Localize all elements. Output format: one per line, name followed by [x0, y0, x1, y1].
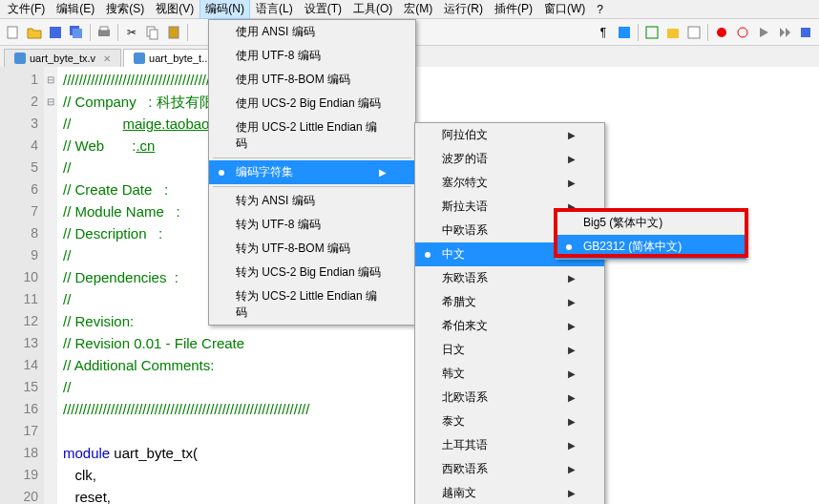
bullet-icon — [566, 244, 572, 250]
func-list-icon[interactable] — [642, 23, 662, 42]
menu-item-label: Big5 (繁体中文) — [583, 215, 662, 231]
file-icon — [134, 52, 145, 64]
menu-tools[interactable]: 工具(O) — [347, 0, 398, 19]
cut-icon[interactable]: ✂ — [122, 23, 141, 42]
svg-point-14 — [738, 28, 747, 37]
menu-item-label: 编码字符集 — [236, 164, 293, 180]
fold-column: ⊟⊟ — [44, 67, 57, 504]
menu-item-big5[interactable]: Big5 (繁体中文) — [556, 211, 746, 235]
menu-language[interactable]: 语言(L) — [250, 0, 299, 19]
svg-rect-15 — [801, 28, 810, 37]
svg-rect-3 — [73, 29, 82, 38]
menu-settings[interactable]: 设置(T) — [299, 0, 347, 19]
svg-point-13 — [717, 28, 726, 37]
menu-window[interactable]: 窗口(W) — [538, 0, 591, 19]
menu-plugins[interactable]: 插件(P) — [489, 0, 538, 19]
menu-item-to-utf8[interactable]: 转为 UTF-8 编码 — [209, 213, 415, 237]
encoding-menu: 使用 ANSI 编码 使用 UTF-8 编码 使用 UTF-8-BOM 编码 使… — [208, 19, 416, 326]
paste-icon[interactable] — [164, 23, 183, 42]
menu-separator — [213, 186, 411, 187]
tab-file-1[interactable]: uart_byte_tx.v✕ — [4, 49, 121, 67]
charset-submenu: 阿拉伯文▶波罗的语▶塞尔特文▶斯拉夫语▶中欧语系▶中文▶东欧语系▶希腊文▶希伯来… — [414, 122, 605, 504]
svg-rect-10 — [646, 27, 658, 38]
charset-item[interactable]: 泰文▶ — [415, 410, 604, 433]
copy-icon[interactable] — [143, 23, 162, 42]
chinese-submenu: Big5 (繁体中文) GB2312 (简体中文) — [556, 210, 746, 260]
close-icon[interactable]: ✕ — [103, 53, 111, 64]
charset-item[interactable]: 波罗的语▶ — [415, 147, 604, 171]
file-icon — [14, 52, 26, 64]
open-file-icon[interactable] — [25, 23, 44, 42]
svg-rect-8 — [169, 27, 178, 38]
charset-item[interactable]: 塞尔特文▶ — [415, 171, 604, 195]
charset-item[interactable]: 西欧语系▶ — [415, 457, 604, 481]
charset-item[interactable]: 希伯来文▶ — [415, 314, 604, 338]
menu-item-to-ucs2-be[interactable]: 转为 UCS-2 Big Endian 编码 — [209, 261, 415, 284]
charset-item[interactable]: 韩文▶ — [415, 362, 604, 386]
charset-item[interactable]: 越南文▶ — [415, 481, 604, 504]
menu-run[interactable]: 运行(R) — [438, 0, 489, 19]
charset-item[interactable]: 土耳其语▶ — [415, 433, 604, 457]
play-multi-icon[interactable] — [775, 23, 794, 42]
doc-map-icon[interactable] — [684, 23, 704, 42]
line-gutter: 1234567891011121314151617181920 — [0, 67, 44, 504]
menu-item-charset[interactable]: 编码字符集▶ — [209, 160, 415, 184]
save-icon[interactable] — [46, 23, 65, 42]
menu-item-use-utf8-bom[interactable]: 使用 UTF-8-BOM 编码 — [209, 68, 415, 92]
charset-item[interactable]: 希腊文▶ — [415, 290, 604, 314]
charset-item[interactable]: 日文▶ — [415, 338, 604, 362]
tab-label: uart_byte_tx.v — [30, 52, 95, 64]
menu-separator — [213, 158, 411, 158]
charset-item[interactable]: 东欧语系▶ — [415, 266, 604, 290]
new-file-icon[interactable] — [4, 23, 23, 42]
toggle-icon[interactable]: ¶ — [594, 23, 613, 42]
tab-label: uart_byte_t... — [149, 52, 210, 64]
print-icon[interactable] — [94, 23, 114, 42]
menu-item-use-ucs2-le[interactable]: 使用 UCS-2 Little Endian 编码 — [209, 116, 415, 156]
menu-encoding[interactable]: 编码(N) — [200, 0, 250, 19]
indent-guide-icon[interactable] — [615, 23, 634, 42]
menu-edit[interactable]: 编辑(E) — [51, 0, 100, 19]
menu-item-use-utf8[interactable]: 使用 UTF-8 编码 — [209, 44, 415, 68]
menu-search[interactable]: 搜索(S) — [100, 0, 150, 19]
record-icon[interactable] — [712, 23, 731, 42]
menu-item-label: GB2312 (简体中文) — [583, 239, 682, 255]
svg-rect-0 — [8, 27, 17, 38]
menu-file[interactable]: 文件(F) — [2, 0, 51, 19]
stop-record-icon[interactable] — [733, 23, 752, 42]
charset-item[interactable]: 阿拉伯文▶ — [415, 123, 604, 147]
chevron-right-icon: ▶ — [379, 167, 387, 178]
menu-item-gb2312[interactable]: GB2312 (简体中文) — [556, 235, 746, 259]
svg-rect-5 — [100, 27, 108, 31]
svg-rect-1 — [50, 27, 61, 38]
menu-help[interactable]: ? — [591, 1, 609, 18]
menu-item-to-ansi[interactable]: 转为 ANSI 编码 — [209, 189, 415, 213]
charset-item[interactable]: 北欧语系▶ — [415, 386, 604, 410]
menubar: 文件(F) 编辑(E) 搜索(S) 视图(V) 编码(N) 语言(L) 设置(T… — [0, 0, 819, 19]
svg-rect-11 — [667, 29, 679, 38]
play-icon[interactable] — [754, 23, 773, 42]
svg-rect-7 — [150, 30, 158, 39]
svg-rect-12 — [688, 27, 700, 38]
menu-item-use-ansi[interactable]: 使用 ANSI 编码 — [209, 20, 415, 44]
bullet-icon — [219, 170, 224, 176]
menu-item-to-utf8-bom[interactable]: 转为 UTF-8-BOM 编码 — [209, 237, 415, 261]
menu-macro[interactable]: 宏(M) — [398, 0, 438, 19]
save-macro-icon[interactable] — [796, 23, 815, 42]
menu-item-to-ucs2-le[interactable]: 转为 UCS-2 Little Endian 编码 — [209, 284, 415, 325]
save-all-icon[interactable] — [67, 23, 86, 42]
menu-item-use-ucs2-be[interactable]: 使用 UCS-2 Big Endian 编码 — [209, 92, 415, 116]
svg-rect-9 — [619, 27, 630, 38]
folder-icon[interactable] — [663, 23, 682, 42]
menu-view[interactable]: 视图(V) — [150, 0, 200, 19]
